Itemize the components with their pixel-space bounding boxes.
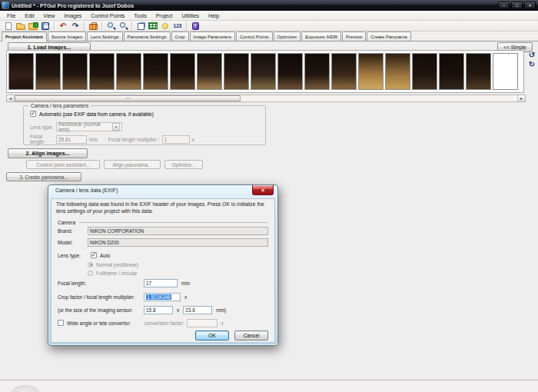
optimizer-button[interactable] bbox=[159, 21, 171, 31]
thumbnail-3[interactable] bbox=[62, 53, 88, 90]
conversion-factor-field[interactable] bbox=[187, 319, 218, 327]
align-panorama-button[interactable]: Align panorama... bbox=[104, 160, 161, 169]
fullframe-circular-label: Fullframe / circular bbox=[96, 271, 137, 276]
thumbnail-6[interactable] bbox=[143, 53, 168, 90]
tab-optimizer[interactable]: Optimizer bbox=[274, 32, 301, 41]
dialog-close-button[interactable]: × bbox=[252, 185, 274, 195]
rotate-ccw-icon[interactable]: ↺ bbox=[529, 51, 535, 59]
zoom-out-button[interactable] bbox=[117, 21, 129, 31]
scroll-left-arrow-icon[interactable]: ◄ bbox=[7, 95, 15, 101]
rotate-cw-icon[interactable]: ↻ bbox=[529, 60, 535, 68]
numeric-values-button[interactable] bbox=[171, 21, 184, 31]
thumbnail-4[interactable] bbox=[89, 53, 115, 90]
tab-exposure-hdr[interactable]: Exposure /HDR bbox=[301, 32, 341, 41]
toolbar-separator bbox=[186, 22, 187, 30]
scrollbar-track[interactable] bbox=[15, 95, 517, 101]
thumbnail-16[interactable] bbox=[412, 53, 437, 90]
tab-image-parameters[interactable]: Image Parameters bbox=[190, 32, 235, 41]
tab-panorama-settings[interactable]: Panorama Settings bbox=[124, 32, 171, 41]
dialog-title[interactable]: Camera / lens data (EXIF) bbox=[55, 188, 118, 193]
tab-create-panorama[interactable]: Create Panorama bbox=[367, 32, 410, 41]
new-project-button[interactable] bbox=[2, 21, 15, 31]
status-bar bbox=[0, 380, 538, 392]
dialog-focal-length-field[interactable]: 17 bbox=[144, 279, 178, 287]
tab-project-assistant[interactable]: Project Assistant bbox=[2, 32, 47, 42]
undo-button[interactable] bbox=[57, 21, 69, 31]
menu-bar: FileEditViewImagesControl PointsToolsPro… bbox=[0, 11, 538, 21]
titlebar[interactable]: Untitled * - PTGui Pro registered to Joz… bbox=[0, 0, 538, 11]
normal-rectilinear-radio[interactable] bbox=[88, 262, 93, 267]
focal-length-field[interactable]: 25.81 bbox=[56, 135, 87, 144]
thumbnail-12[interactable] bbox=[304, 53, 330, 90]
lens-type-select[interactable]: Rectilinear (normal lens) ▾ bbox=[56, 122, 122, 131]
brand-label: Brand: bbox=[58, 228, 88, 234]
tab-crop[interactable]: Crop bbox=[171, 32, 189, 41]
focal-length-unit: mm bbox=[89, 137, 98, 142]
multiplier-field[interactable]: 1 bbox=[162, 135, 190, 144]
save-project-button[interactable] bbox=[39, 21, 51, 31]
sensor-height-field[interactable]: 23.6 bbox=[183, 306, 212, 314]
thumbnail-14[interactable] bbox=[358, 53, 384, 90]
menu-edit[interactable]: Edit bbox=[20, 12, 38, 19]
thumbnail-19[interactable] bbox=[493, 53, 518, 90]
thumbnail-15[interactable] bbox=[385, 53, 410, 90]
thumbnail-8[interactable] bbox=[197, 53, 222, 90]
crop-factor-field[interactable]: 1.5234348 bbox=[144, 293, 181, 301]
cancel-button[interactable]: Cancel bbox=[234, 331, 268, 341]
create-panorama-button[interactable]: 3. Create panorama... bbox=[6, 172, 81, 181]
panorama-editor-button[interactable] bbox=[87, 21, 99, 31]
align-images-button[interactable]: 2. Align images... bbox=[8, 148, 88, 158]
menu-file[interactable]: File bbox=[2, 12, 20, 19]
filmstrip-scrollbar[interactable]: ◄ ► bbox=[6, 95, 526, 102]
optimize-button[interactable]: Optimize... bbox=[164, 160, 203, 169]
close-button[interactable]: × bbox=[524, 2, 536, 9]
source-images-button[interactable] bbox=[134, 21, 147, 31]
menu-control-points[interactable]: Control Points bbox=[86, 12, 129, 19]
fullframe-circular-radio[interactable] bbox=[88, 271, 93, 276]
tab-lens-settings[interactable]: Lens Settings bbox=[87, 32, 122, 41]
menu-view[interactable]: View bbox=[38, 12, 59, 19]
zoom-in-button[interactable] bbox=[105, 21, 117, 31]
thumbnail-1[interactable] bbox=[8, 53, 34, 90]
help-button[interactable] bbox=[189, 21, 201, 31]
minimize-button[interactable]: – bbox=[498, 2, 510, 9]
maximize-button[interactable]: □ bbox=[511, 2, 523, 9]
thumbnail-2[interactable] bbox=[35, 53, 61, 90]
scroll-right-arrow-icon[interactable]: ► bbox=[517, 95, 525, 101]
tab-bar: Project AssistantSource ImagesLens Setti… bbox=[0, 32, 538, 42]
menu-project[interactable]: Project bbox=[151, 12, 178, 19]
thumbnail-11[interactable] bbox=[277, 53, 303, 90]
control-point-assistant-button[interactable]: Control point assistant... bbox=[26, 160, 100, 169]
thumbnail-10[interactable] bbox=[251, 53, 276, 90]
thumbnail-13[interactable] bbox=[331, 53, 357, 90]
dialog-focal-length-label: Focal length: bbox=[58, 281, 144, 286]
menu-tools[interactable]: Tools bbox=[129, 12, 151, 19]
image-table-button[interactable] bbox=[147, 21, 159, 31]
thumbnail-7[interactable] bbox=[170, 53, 195, 90]
dialog-focal-length-unit: mm bbox=[181, 281, 190, 286]
tab-source-images[interactable]: Source Images bbox=[48, 32, 86, 41]
menu-utilities[interactable]: Utilities bbox=[177, 12, 204, 19]
tab-preview[interactable]: Preview bbox=[342, 32, 366, 41]
wide-angle-converter-label: Wide angle or tele convertor: bbox=[67, 321, 131, 326]
tab-control-points[interactable]: Control Points bbox=[236, 32, 273, 41]
thumbnail-5[interactable] bbox=[116, 53, 141, 90]
auto-lens-checkbox[interactable] bbox=[91, 252, 97, 258]
menu-help[interactable]: Help bbox=[204, 12, 224, 19]
numeric-values-icon bbox=[174, 23, 182, 28]
thumbnail-9[interactable] bbox=[224, 53, 249, 90]
undo-icon bbox=[60, 22, 66, 30]
redo-button[interactable] bbox=[69, 21, 81, 31]
open-project-button[interactable] bbox=[15, 21, 27, 31]
ok-button[interactable]: OK bbox=[195, 331, 229, 341]
dialog-intro-text: The following data was found in the EXIF… bbox=[56, 201, 271, 215]
thumbnail-17[interactable] bbox=[439, 53, 464, 90]
filmstrip[interactable] bbox=[6, 50, 524, 93]
menu-images[interactable]: Images bbox=[59, 12, 86, 19]
sensor-width-field[interactable]: 15.8 bbox=[144, 306, 173, 314]
add-images-button[interactable] bbox=[27, 21, 39, 31]
scrollbar-thumb[interactable] bbox=[15, 95, 241, 101]
automatic-exif-checkbox[interactable] bbox=[30, 111, 36, 117]
thumbnail-18[interactable] bbox=[466, 53, 491, 90]
wide-angle-converter-checkbox[interactable] bbox=[58, 320, 64, 326]
